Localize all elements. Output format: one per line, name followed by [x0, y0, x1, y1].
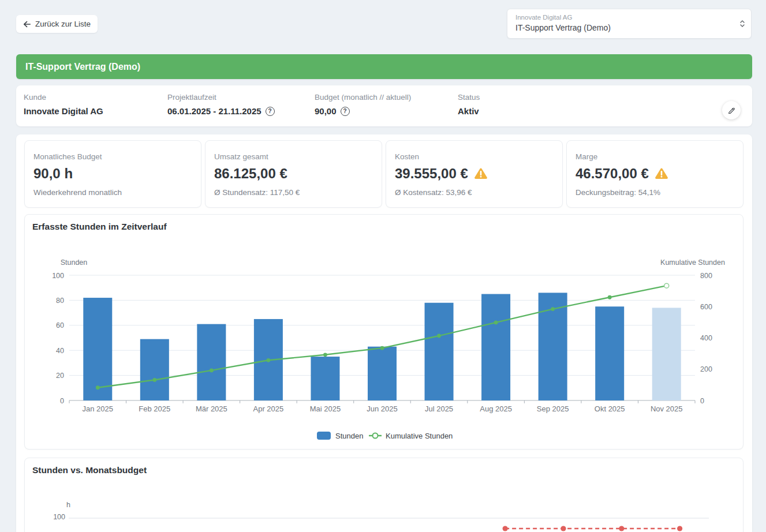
- stat-label: Umsatz gesamt: [214, 152, 373, 161]
- chart-hours-over-time: Erfasste Stunden im Zeitverlauf 02040608…: [24, 214, 743, 449]
- stat-card-umsatz: Umsatz gesamt 86.125,00 € Ø Stundensatz:…: [205, 140, 382, 208]
- status-value: Aktiv: [458, 106, 752, 117]
- contract-header: IT-Support Vertrag (Demo): [16, 54, 752, 79]
- svg-text:Aug 2025: Aug 2025: [480, 404, 512, 413]
- warning-triangle-icon: [473, 168, 488, 179]
- budget-label: Budget (monatlich // aktuell): [315, 93, 458, 102]
- stat-value: 39.555,00 €: [395, 166, 554, 181]
- selector-selected-value: IT-Support Vertrag (Demo): [515, 23, 734, 33]
- pencil-icon: [727, 106, 736, 115]
- kunde-value: Innovate Digital AG: [24, 106, 167, 117]
- svg-text:200: 200: [700, 365, 712, 373]
- kunde-label: Kunde: [24, 93, 167, 102]
- back-button[interactable]: Zurück zur Liste: [16, 15, 98, 33]
- svg-text:0: 0: [700, 397, 704, 405]
- svg-text:Jan 2025: Jan 2025: [83, 404, 114, 413]
- svg-text:Stunden: Stunden: [335, 432, 363, 440]
- svg-text:Sep 2025: Sep 2025: [537, 404, 569, 413]
- info-budget: Budget (monatlich // aktuell) 90,00?: [315, 93, 458, 126]
- info-projektlaufzeit: Projektlaufzeit 06.01.2025 - 21.11.2025?: [167, 93, 315, 126]
- svg-text:Kumulative Stunden: Kumulative Stunden: [386, 432, 453, 440]
- page: Zurück zur Liste Innovate Digital AG IT-…: [0, 0, 766, 532]
- contract-selector[interactable]: Innovate Digital AG IT-Support Vertrag (…: [507, 9, 752, 39]
- stat-card-marge: Marge 46.570,00 € Deckungsbeitrag: 54,1%: [566, 140, 743, 208]
- help-icon[interactable]: ?: [266, 107, 275, 116]
- stat-card-monatliches-budget: Monatliches Budget 90,0 h Wiederkehrend …: [24, 140, 201, 208]
- chart-hours-vs-budget: Stunden vs. Monatsbudget h100: [24, 458, 743, 532]
- svg-text:h: h: [66, 501, 70, 509]
- svg-text:400: 400: [700, 334, 712, 342]
- stat-sub: Wiederkehrend monatlich: [33, 188, 192, 197]
- stat-label: Marge: [576, 152, 734, 161]
- svg-text:800: 800: [700, 272, 712, 280]
- projektlaufzeit-value: 06.01.2025 - 21.11.2025: [167, 106, 261, 117]
- stat-value: 86.125,00 €: [214, 166, 373, 181]
- hours-vs-budget-chart: h100: [25, 458, 744, 532]
- chevron-up-down-icon: [739, 18, 745, 29]
- hours-bar-line-chart: 0204060801000200400600800StundenKumulati…: [25, 215, 744, 450]
- svg-text:60: 60: [56, 321, 64, 329]
- svg-text:0: 0: [60, 397, 64, 405]
- stat-value: 90,0 h: [33, 166, 192, 181]
- stat-label: Monatliches Budget: [33, 152, 192, 161]
- svg-text:40: 40: [56, 347, 64, 355]
- main-panel: Monatliches Budget 90,0 h Wiederkehrend …: [16, 134, 752, 532]
- budget-value: 90,00: [315, 106, 337, 117]
- svg-text:100: 100: [53, 513, 65, 521]
- arrow-left-icon: [23, 20, 31, 28]
- svg-text:Okt 2025: Okt 2025: [595, 404, 625, 413]
- svg-text:100: 100: [52, 272, 64, 280]
- svg-text:Mär 2025: Mär 2025: [196, 404, 227, 413]
- projektlaufzeit-label: Projektlaufzeit: [167, 93, 315, 102]
- stat-card-kosten: Kosten 39.555,00 € Ø Kostensatz: 53,96 €: [386, 140, 563, 208]
- stat-label: Kosten: [395, 152, 554, 161]
- svg-text:Jul 2025: Jul 2025: [425, 404, 453, 413]
- stats-row: Monatliches Budget 90,0 h Wiederkehrend …: [24, 140, 743, 208]
- svg-text:20: 20: [56, 372, 64, 380]
- stat-value: 46.570,00 €: [576, 166, 734, 181]
- stat-sub: Ø Stundensatz: 117,50 €: [214, 188, 373, 197]
- help-icon[interactable]: ?: [341, 107, 350, 116]
- status-label: Status: [458, 93, 752, 102]
- warning-triangle-icon: [654, 168, 669, 179]
- svg-text:Apr 2025: Apr 2025: [253, 404, 284, 413]
- contract-title: IT-Support Vertrag (Demo): [25, 62, 140, 72]
- contract-info-card: Kunde Innovate Digital AG Projektlaufzei…: [16, 85, 752, 126]
- svg-text:Nov 2025: Nov 2025: [651, 404, 683, 413]
- edit-button[interactable]: [722, 101, 741, 119]
- selector-context-label: Innovate Digital AG: [515, 14, 734, 21]
- svg-text:Stunden: Stunden: [61, 258, 88, 267]
- svg-text:Feb 2025: Feb 2025: [139, 404, 170, 413]
- svg-text:80: 80: [56, 297, 64, 305]
- info-status: Status Aktiv: [458, 93, 752, 126]
- info-kunde: Kunde Innovate Digital AG: [24, 93, 167, 126]
- svg-text:600: 600: [700, 303, 712, 311]
- svg-text:Jun 2025: Jun 2025: [367, 404, 398, 413]
- svg-text:Mai 2025: Mai 2025: [310, 404, 341, 413]
- svg-text:Kumulative Stunden: Kumulative Stunden: [660, 258, 725, 267]
- stat-sub: Deckungsbeitrag: 54,1%: [576, 188, 734, 197]
- back-button-label: Zurück zur Liste: [35, 20, 91, 28]
- stat-sub: Ø Kostensatz: 53,96 €: [395, 188, 554, 197]
